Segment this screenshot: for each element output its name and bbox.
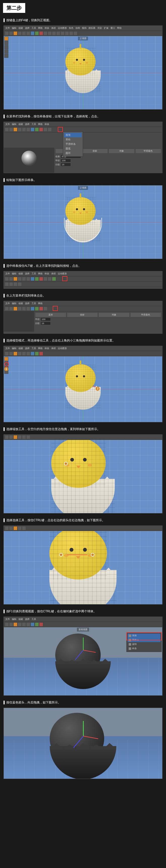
instruction-5: 在上方菜单栏找到球体点击。: [0, 291, 166, 300]
instruction-7: 选择缩放工具，在空白的地方按住往里边拖拽，直到球体如下图所示。: [0, 425, 166, 433]
instruction-1: 按键盘上的F4键，切换到正视图。: [0, 16, 166, 25]
dark-model[interactable]: [55, 633, 111, 689]
mode-model[interactable]: [4, 37, 8, 41]
chick-model[interactable]: [65, 48, 101, 93]
menubar[interactable]: 文件编辑创建选择工具网格: [4, 301, 162, 306]
tool-cam-icon[interactable]: [69, 31, 73, 35]
menubar[interactable]: 文件编辑创建选择工具网格样条体积运动图形: [4, 346, 162, 351]
tool-light-icon[interactable]: [73, 31, 77, 35]
screenshot-8: [3, 526, 163, 604]
dark-model[interactable]: [50, 713, 116, 779]
instruction-4: 选中样条按住ALT键，在上方菜单找到旋转按钮，点击。: [0, 261, 166, 270]
screenshot-6: 文件编辑创建选择工具网格样条体积运动图形 1 2: [3, 346, 163, 422]
menubar[interactable]: 文件编辑创建选择工具网格样条: [4, 122, 162, 127]
menubar[interactable]: 文件编辑创建选择工具网格样条体积运动图形: [4, 271, 162, 276]
highlight-box: [53, 306, 58, 311]
highlight-circle-1: [4, 362, 9, 367]
mode-poly[interactable]: [4, 50, 8, 54]
highlight-box: [126, 632, 162, 640]
select-tool[interactable]: [13, 351, 18, 355]
select-tool[interactable]: [13, 526, 18, 530]
screenshot-1: 文件编辑创建选择工具网格样条体积运动图形角色动画模拟跟踪器渲染扩展窗口帮助 正视…: [3, 26, 163, 110]
menubar[interactable]: 文件编辑创建选择工具网格样条体积运动图形角色动画模拟跟踪器渲染扩展窗口帮助: [4, 26, 162, 31]
instruction-6: 选择模型模式，再选择移动工具，点击右上角的小三角拖拽球体到如图所示位置。: [0, 336, 166, 345]
step-header: 第二步: [3, 3, 25, 13]
instruction-8: 选择选择工具，按住CTRL键，点击右边的箭头往右边拖拽，如下图所示。: [0, 516, 166, 525]
viewport-zoomed[interactable]: [4, 531, 162, 604]
tool-cube-icon[interactable]: [48, 31, 52, 35]
toolbar: [4, 351, 162, 356]
obj-lathe[interactable]: 旋转: [128, 642, 161, 646]
tool-env-icon[interactable]: [65, 31, 69, 35]
move-tool[interactable]: [18, 351, 22, 355]
tool-rotate[interactable]: [26, 31, 30, 35]
toolbar: 画笔 草绘 平滑样条 圆弧 圆环: [4, 127, 162, 132]
segments-input[interactable]: [61, 163, 71, 166]
viewport-front[interactable]: 1 2: [4, 356, 162, 422]
screenshot-9: 文件编辑创建选择工具 透视视图 球体 球体.1 旋转 样条: [3, 617, 163, 695]
screenshot-3: 正视图: [3, 185, 163, 259]
toolbar: [4, 31, 162, 36]
instruction-10: 按住蓝色箭头，向后拖拽，如下图所示。: [0, 698, 166, 707]
cube-btn[interactable]: [43, 307, 47, 311]
material-preview: [4, 148, 54, 173]
mode-tex[interactable]: [4, 54, 8, 58]
spline-menu-btn[interactable]: [48, 127, 52, 131]
radius-input[interactable]: [61, 159, 71, 162]
mode-edge[interactable]: [4, 45, 8, 49]
spline-dropdown[interactable]: 画笔 草绘 平滑样条 圆弧 圆环: [63, 131, 83, 157]
tab-object[interactable]: 对象: [108, 149, 135, 153]
tool-move[interactable]: [18, 31, 22, 35]
x-axis-arrow[interactable]: [67, 555, 87, 555]
dropdown-smooth[interactable]: 平滑样条: [64, 142, 82, 146]
tool-redo[interactable]: [9, 31, 13, 35]
tool-spline-icon[interactable]: [52, 31, 56, 35]
side-toolbar: [4, 37, 9, 58]
scale-tool[interactable]: [22, 435, 26, 439]
instruction-9: 按F1切换到透视视图，按住CTRL键，在右侧对象栏选中两个球体。: [0, 607, 166, 616]
screenshot-2: 文件编辑创建选择工具网格样条 画笔 草绘 平滑样条 圆弧 圆环 基本 坐标 对象…: [3, 122, 163, 173]
viewport-zoomed[interactable]: [4, 440, 162, 513]
screenshot-7: [3, 434, 163, 514]
tool-yaxis[interactable]: [35, 31, 39, 35]
screenshot-4: 文件编辑创建选择工具网格样条体积运动图形: [3, 271, 163, 289]
callout-1: 1: [4, 367, 8, 371]
sphere1-handle[interactable]: [59, 553, 63, 557]
tool-undo[interactable]: [5, 31, 9, 35]
viewport-persp[interactable]: [4, 708, 162, 779]
dropdown-sketch[interactable]: 草绘: [64, 137, 82, 142]
tool-render[interactable]: [43, 31, 47, 35]
tool-zaxis[interactable]: [39, 31, 43, 35]
screenshot-10: [3, 708, 163, 779]
toolbar: [4, 276, 162, 282]
toolbar: [4, 306, 162, 311]
viewport-front[interactable]: 正视图: [4, 186, 162, 259]
obj-spline[interactable]: 样条: [128, 646, 161, 651]
mode-point[interactable]: [4, 41, 8, 45]
tool-deform-icon[interactable]: [61, 31, 65, 35]
tab-phong[interactable]: 平滑着色: [135, 149, 162, 153]
tool-select[interactable]: [13, 31, 18, 35]
viewport-front[interactable]: 正视图: [4, 36, 162, 109]
instruction-2: 在菜单栏找到样条，按住样条按钮，出现下拉菜单，选择画笔，点击。: [0, 112, 166, 121]
mode-model[interactable]: [4, 357, 8, 361]
attribute-panel: 基本 坐标 对象 平滑着色 名称 半径 分段: [4, 148, 162, 173]
highlight-box: [58, 127, 63, 132]
tab-coord[interactable]: 坐标: [82, 149, 108, 153]
instruction-3: 绘制如下图所示样条。: [0, 176, 166, 184]
callout-2: 2: [96, 387, 100, 391]
lathe-btn[interactable]: [52, 277, 56, 281]
viewport-label: 正视图: [78, 37, 88, 40]
dropdown-pen[interactable]: 画笔: [64, 133, 82, 137]
dropdown-circle[interactable]: 圆环: [64, 151, 82, 155]
dropdown-arc[interactable]: 圆弧: [64, 146, 82, 151]
highlight-box: [62, 276, 67, 281]
tool-nurbs-icon[interactable]: [56, 31, 60, 35]
tool-scale[interactable]: [22, 31, 26, 35]
tool-xaxis[interactable]: [31, 31, 35, 35]
viewport-persp[interactable]: 透视视图 球体 球体.1 旋转 样条: [4, 627, 162, 695]
screenshot-5: 文件编辑创建选择工具网格 基本 坐标 对象 平滑着色 半径 分段: [3, 301, 163, 334]
sphere-handle[interactable]: [64, 462, 68, 465]
